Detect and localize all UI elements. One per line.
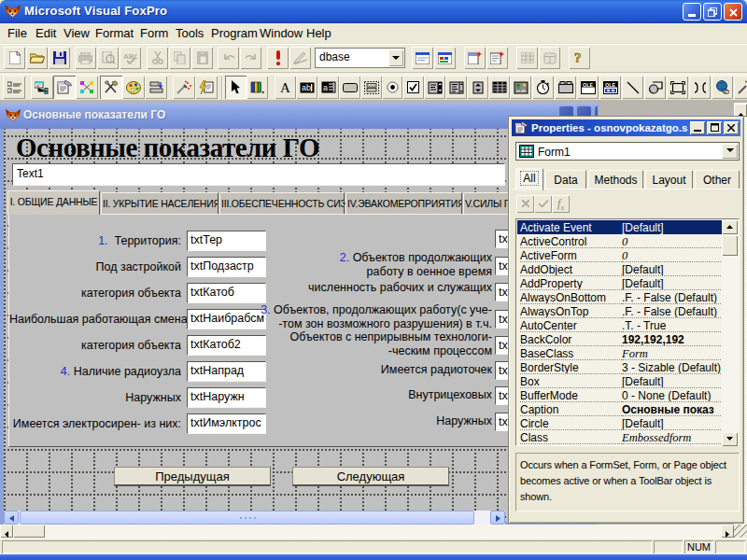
menu-form[interactable]: Form	[136, 23, 172, 44]
menu-view[interactable]: View	[60, 23, 93, 44]
autoformat-button[interactable]	[195, 76, 218, 99]
checkbox-tool-button[interactable]	[402, 76, 424, 99]
new-button[interactable]	[4, 47, 25, 69]
print-button[interactable]	[75, 47, 96, 69]
form-tab-2[interactable]: II. УКРЫТИЕ НАСЕЛЕНИЯ	[101, 192, 218, 215]
props-tab-layout[interactable]: Layout	[645, 170, 693, 189]
paste-button[interactable]	[191, 47, 213, 69]
properties-titlebar[interactable]: Properties - osnovpokazatgo.s	[512, 119, 740, 136]
properties-close-button[interactable]	[724, 121, 739, 134]
open-button[interactable]	[26, 47, 48, 69]
workspace-scrollbar-thumb[interactable]	[13, 525, 45, 538]
form-tab-4[interactable]: IV.ЭВАКОМЕРОПРИЯТИЯ	[345, 192, 462, 215]
property-row[interactable]: AlwaysOnTop.F. - False (Default)	[517, 304, 723, 318]
set-tab-order-button[interactable]	[3, 76, 25, 99]
form-scroll-right-icon[interactable]	[490, 511, 505, 525]
menu-tools[interactable]: Tools	[172, 23, 207, 44]
separator-tool-button[interactable]	[689, 76, 711, 99]
props-tab-other[interactable]: Other	[695, 170, 740, 189]
form-controls-toolbar-button[interactable]	[100, 76, 122, 99]
container-tool-button[interactable]	[667, 76, 688, 99]
props-tab-all[interactable]: All	[515, 168, 543, 190]
property-function-button[interactable]: fx	[552, 195, 570, 213]
save-button[interactable]	[49, 47, 70, 69]
line-tool-button[interactable]	[622, 76, 643, 99]
field-textbox[interactable]: txtТер	[187, 231, 266, 251]
select-objects-button[interactable]	[225, 76, 247, 99]
property-row[interactable]: Circle[Default]	[517, 416, 723, 430]
grid-scroll-up-icon[interactable]	[722, 220, 738, 234]
properties-minimize-button[interactable]	[690, 121, 705, 134]
resize-grip[interactable]	[734, 525, 747, 538]
form-wizard-button[interactable]	[464, 47, 486, 69]
property-row[interactable]: AddObject[Default]	[517, 262, 723, 276]
command-window-button[interactable]	[412, 47, 433, 69]
props-tab-data[interactable]: Data	[545, 170, 586, 189]
form-tab-3[interactable]: III.ОБЕСПЕЧЕННОСТЬ СИЗ	[219, 192, 345, 215]
property-row[interactable]: AlwaysOnBottom.F. - False (Default)	[517, 290, 723, 304]
form-horizontal-scrollbar[interactable]	[4, 511, 505, 525]
command-button-tool-button[interactable]	[339, 76, 360, 99]
previous-button[interactable]: Предыдущая	[114, 467, 271, 486]
view-classes-button[interactable]	[247, 76, 268, 99]
property-row[interactable]: AddProperty[Default]	[517, 276, 723, 290]
builder-lock-button[interactable]	[734, 76, 747, 99]
scroll-up-icon[interactable]	[734, 104, 747, 117]
property-row[interactable]: BackColor192,192,192	[517, 332, 723, 346]
property-row[interactable]: ActiveControl0	[517, 234, 723, 248]
form-scroll-left-icon[interactable]	[4, 511, 19, 525]
property-row[interactable]: Box[Default]	[517, 374, 723, 388]
close-button[interactable]	[724, 3, 742, 21]
props-tab-methods[interactable]: Methods	[588, 170, 643, 189]
data-session-button[interactable]	[434, 47, 456, 69]
workspace-horizontal-scrollbar[interactable]	[0, 525, 747, 538]
ole-container-tool-button[interactable]: OLE	[577, 76, 599, 99]
grid-scroll-down-icon[interactable]	[722, 432, 738, 446]
scroll-right-icon[interactable]	[721, 525, 734, 538]
editbox-tool-button[interactable]: a	[317, 76, 339, 99]
scroll-left-icon[interactable]	[0, 525, 13, 538]
spelling-button[interactable]: ABC	[120, 47, 141, 69]
image-tool-button[interactable]	[510, 76, 531, 99]
property-row[interactable]: AutoCenter.T. - True	[517, 318, 723, 332]
property-grid[interactable]: Activate Event[Default] ActiveControl0 A…	[515, 218, 740, 446]
form-builder-button[interactable]	[173, 76, 195, 99]
property-grid-scrollbar[interactable]	[722, 220, 738, 446]
grid-tool-button[interactable]	[488, 76, 510, 99]
property-row[interactable]: ClassEmbossedform	[517, 430, 723, 444]
data-environment-button[interactable]	[31, 76, 53, 99]
next-button[interactable]: Следующая	[292, 467, 449, 486]
property-row[interactable]: ActiveForm0	[517, 248, 723, 262]
property-accept-button[interactable]	[534, 195, 552, 213]
menu-edit[interactable]: Edit	[32, 23, 60, 44]
property-cancel-button[interactable]	[516, 195, 534, 213]
color-palette-button[interactable]	[122, 76, 145, 99]
copy-button[interactable]	[169, 47, 190, 69]
spinner-tool-button[interactable]	[467, 76, 488, 99]
property-row[interactable]: BorderStyle3 - Sizable (Default)	[517, 360, 723, 374]
database-combo-dropdown[interactable]	[388, 49, 403, 66]
option-group-tool-button[interactable]	[382, 76, 402, 99]
textbox-tool-button[interactable]: ab	[296, 76, 317, 99]
minimize-button[interactable]	[683, 3, 701, 21]
hyperlink-tool-button[interactable]	[712, 76, 733, 99]
command-group-tool-button[interactable]	[360, 76, 382, 99]
property-row[interactable]: CaptionОсновные показ	[517, 402, 723, 416]
database-combo[interactable]: dbase	[315, 48, 405, 68]
property-row[interactable]: BufferMode0 - None (Default)	[517, 388, 723, 402]
object-combo-dropdown[interactable]	[722, 144, 738, 159]
properties-maximize-button[interactable]	[707, 121, 722, 134]
grid-scrollbar-thumb[interactable]	[722, 235, 738, 256]
menu-format[interactable]: Format	[92, 23, 137, 44]
modify-button[interactable]	[289, 47, 311, 69]
menu-file[interactable]: File	[4, 23, 31, 44]
undo-button[interactable]	[218, 47, 239, 69]
property-row[interactable]: BaseClassForm	[517, 346, 723, 360]
print-preview-button[interactable]	[97, 47, 119, 69]
table-button[interactable]	[516, 47, 538, 69]
ole-bound-tool-button[interactable]: OLE	[599, 76, 621, 99]
properties-window-button[interactable]	[53, 76, 76, 99]
restore-button[interactable]	[703, 3, 722, 21]
run-button[interactable]	[267, 47, 289, 69]
menu-window[interactable]: Window	[256, 23, 306, 44]
